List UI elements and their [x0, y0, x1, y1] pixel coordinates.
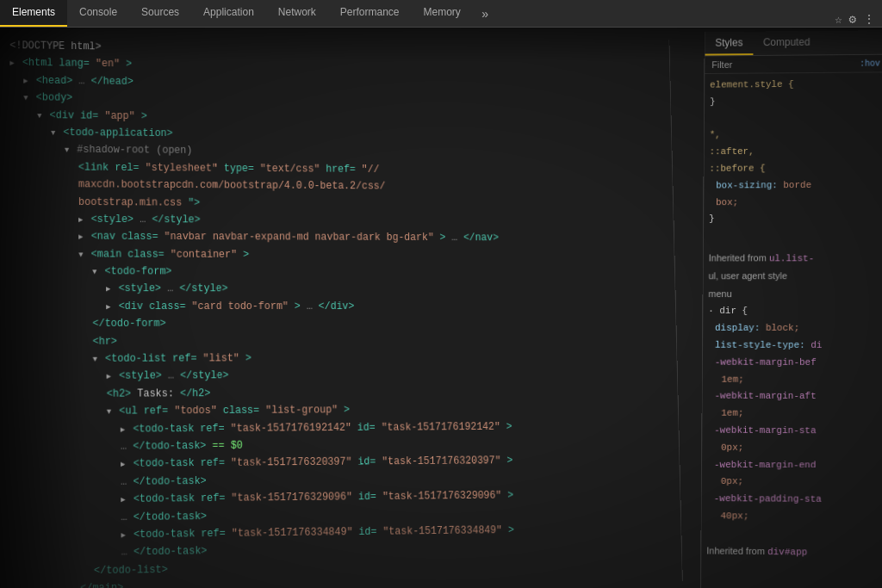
box-sizing-decl: box-sizing: borde	[716, 180, 811, 190]
list-style-decl: list-style-type: di	[715, 340, 823, 350]
triangle-icon[interactable]: ▼	[37, 112, 41, 121]
inherited-from-selector: ul.list-	[769, 253, 814, 263]
tab-network-label: Network	[278, 6, 316, 18]
box-sizing-prop: box-sizing:	[716, 180, 778, 190]
display-decl: display: block;	[715, 323, 799, 333]
list-style-prop: list-style-type:	[715, 340, 805, 350]
triangle-icon[interactable]: ▶	[121, 425, 125, 434]
display-prop: display:	[715, 323, 760, 333]
triangle-icon[interactable]: ▼	[107, 408, 111, 417]
webkit-padding-sta-val-text: 40px;	[720, 511, 748, 521]
styles-tab-styles[interactable]: Styles	[705, 32, 754, 56]
after-selector: ::after,	[710, 146, 755, 157]
tab-application-label: Application	[203, 6, 254, 18]
devtools-tabbar: Elements Console Sources Application Net…	[0, 0, 882, 28]
styles-content: element.style { } *, ::after, ::before {…	[701, 72, 882, 565]
tab-sources[interactable]: Sources	[129, 0, 191, 27]
before-selector: ::before {	[709, 164, 765, 174]
webkit-margin-aft-decl: -webkit-margin-aft	[714, 391, 816, 401]
webkit-margin-bef-prop: -webkit-margin-bef	[715, 356, 817, 367]
element-style-rule: element.style { }	[710, 76, 877, 110]
webkit-padding-sta-decl: -webkit-padding-sta	[714, 493, 822, 504]
triangle-icon[interactable]: ▶	[106, 303, 110, 312]
universal-close: }	[709, 214, 715, 224]
more-icon[interactable]: ⋮	[863, 12, 875, 27]
html-line-todo-form: ▼ <todo-form>	[92, 263, 674, 281]
dir-selector: · dir {	[708, 306, 748, 316]
webkit-margin-bef-val: 1em;	[722, 374, 744, 384]
list-style-val: di	[811, 340, 822, 350]
html-line-nav: ▶ <nav class= "navbar navbar-expand-md n…	[78, 228, 674, 247]
element-style-close: }	[710, 96, 716, 107]
tab-console[interactable]: Console	[67, 0, 129, 27]
inherited-body-section: Inherited from div#app	[706, 542, 876, 562]
triangle-icon[interactable]: ▶	[107, 373, 111, 381]
webkit-margin-sta-val: 0px;	[721, 442, 743, 452]
html-line-div-card: ▶ <div class= "card todo-form" > … </div…	[106, 298, 675, 315]
triangle-icon[interactable]: ▼	[23, 94, 28, 102]
triangle-icon[interactable]: ▼	[92, 268, 96, 276]
settings-icon[interactable]: ⚙	[849, 12, 856, 27]
inherited-menu: menu	[708, 288, 731, 299]
filter-input[interactable]	[737, 59, 854, 70]
tab-memory[interactable]: Memory	[412, 0, 473, 27]
display-val: block;	[766, 323, 799, 333]
styles-panel: Styles Computed Filter :hov . element.st…	[700, 30, 882, 588]
webkit-margin-end-val: 0px;	[721, 476, 743, 486]
universal-selector: *,	[710, 130, 721, 140]
webkit-margin-sta-val-text: 0px;	[721, 442, 743, 452]
webkit-margin-bef-val-text: 1em;	[722, 374, 744, 384]
triangle-icon[interactable]: ▶	[78, 233, 83, 242]
triangle-icon[interactable]: ▼	[65, 146, 69, 155]
inherited-body-label: Inherited from	[706, 545, 767, 556]
webkit-margin-bef-decl: -webkit-margin-bef	[715, 356, 817, 367]
styles-tab-computed-label: Computed	[763, 36, 811, 48]
triangle-icon[interactable]: ▼	[93, 356, 97, 364]
html-line-hr: <hr>	[92, 332, 676, 350]
inherited-label: Inherited from	[709, 252, 769, 263]
star-icon: ☆	[835, 12, 842, 27]
box-val: box;	[716, 197, 738, 207]
triangle-icon[interactable]: ▶	[121, 531, 125, 540]
html-line-main: ▼ <main class= "container" >	[78, 245, 674, 264]
triangle-icon[interactable]: ▶	[78, 216, 83, 225]
html-panel: <!DOCTYPE html> ▶ <html lang= "en" > ▶ <…	[0, 30, 683, 588]
hov-button[interactable]: :hov	[860, 59, 880, 68]
html-line-todo-form-close: </todo-form>	[92, 315, 675, 333]
styles-tab-computed[interactable]: Computed	[753, 31, 820, 55]
styles-tab-styles-label: Styles	[715, 37, 742, 49]
box-val-text: box;	[716, 197, 738, 207]
devtools-toolbar-icons: ☆ ⚙ ⋮	[835, 12, 882, 27]
tab-application[interactable]: Application	[191, 0, 266, 27]
webkit-margin-sta-decl: -webkit-margin-sta	[714, 425, 816, 436]
webkit-padding-sta-val: 40px;	[720, 511, 748, 521]
inherited-section: Inherited from ul.list- ul, user agent s…	[707, 250, 878, 526]
filter-label: Filter	[711, 59, 732, 70]
styles-filter-bar: Filter :hov .	[705, 55, 882, 74]
webkit-margin-end-prop: -webkit-margin-end	[714, 459, 817, 470]
devtools-body: <!DOCTYPE html> ▶ <html lang= "en" > ▶ <…	[0, 28, 882, 588]
webkit-margin-sta-prop: -webkit-margin-sta	[714, 425, 816, 436]
tab-performance-label: Performance	[340, 6, 400, 18]
triangle-icon[interactable]: ▶	[106, 286, 110, 294]
inherited-from2: ul, user agent style	[709, 270, 787, 281]
webkit-margin-aft-prop: -webkit-margin-aft	[714, 391, 816, 401]
triangle-icon[interactable]: ▼	[51, 129, 55, 138]
html-line-style1: ▶ <style> … </style>	[78, 211, 674, 231]
webkit-margin-end-val-text: 0px;	[721, 476, 743, 486]
triangle-icon[interactable]: ▶	[9, 59, 14, 68]
webkit-margin-end-decl: -webkit-margin-end	[714, 459, 817, 470]
triangle-icon[interactable]: ▼	[78, 251, 83, 259]
tab-elements[interactable]: Elements	[0, 0, 67, 27]
styles-panel-tabs: Styles Computed	[705, 30, 882, 56]
webkit-margin-aft-val: 1em;	[721, 408, 743, 418]
more-tabs-button[interactable]: »	[473, 3, 497, 27]
inherited-body-selector: div#app	[767, 547, 807, 558]
triangle-icon[interactable]: ▶	[121, 461, 125, 469]
tab-memory-label: Memory	[424, 6, 461, 18]
webkit-margin-aft-val-text: 1em;	[721, 408, 743, 418]
triangle-icon[interactable]: ▶	[23, 77, 28, 85]
tab-performance[interactable]: Performance	[328, 0, 412, 27]
triangle-icon[interactable]: ▶	[121, 496, 125, 504]
tab-network[interactable]: Network	[266, 0, 328, 27]
